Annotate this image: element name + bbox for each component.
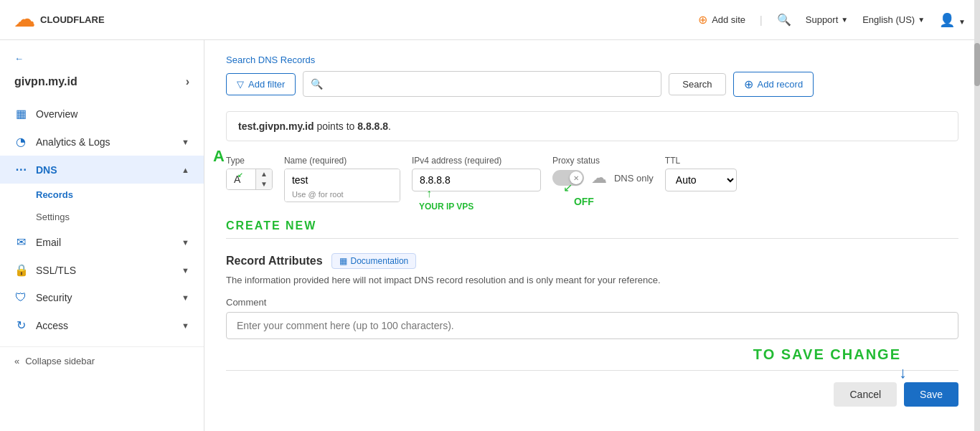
sidebar-back-button[interactable]: ← — [0, 47, 204, 70]
proxy-status-text: DNS only — [614, 173, 654, 184]
ipv4-label: IPv4 address (required) — [412, 156, 541, 166]
analytics-arrow-icon: ▼ — [182, 138, 189, 146]
sidebar-item-label: Security — [36, 292, 72, 303]
type-field: Type A ▲ ▼ — [226, 156, 273, 190]
search-dns-input-wrap: 🔍 — [303, 71, 661, 97]
footer-buttons: Cancel Save — [226, 370, 958, 407]
sidebar-item-label: SSL/TLS — [36, 265, 76, 276]
ipv4-field: IPv4 address (required) YOUR IP VPS ↑ — [412, 156, 541, 191]
support-arrow-icon: ▼ — [841, 16, 848, 24]
language-button[interactable]: English (US) ▼ — [862, 14, 925, 25]
documentation-badge[interactable]: ▦ Documentation — [331, 253, 417, 269]
collapse-icon: « — [14, 356, 19, 366]
annotation-a-letter: A — [213, 147, 225, 166]
scrollbar-thumb[interactable] — [974, 43, 980, 86]
comment-label: Comment — [226, 297, 958, 308]
sidebar-item-email[interactable]: ✉ Email ▼ — [0, 228, 204, 256]
type-select-value: A — [227, 169, 255, 189]
search-icon[interactable]: 🔍 — [777, 13, 791, 27]
filter-icon: ▽ — [237, 79, 244, 90]
add-record-plus-icon: ⊕ — [744, 77, 753, 91]
sidebar-item-access[interactable]: ↻ Access ▼ — [0, 311, 204, 339]
record-attrs-title: Record Attributes — [226, 255, 323, 267]
dns-form-row: Type A ▲ ▼ Name (required) Use @ for r — [226, 156, 958, 202]
domain-label: givpn.my.id — [14, 75, 77, 88]
dns-icon: ⋯ — [14, 163, 27, 176]
domain-chevron-icon[interactable]: › — [186, 75, 189, 88]
sidebar-domain: givpn.my.id › — [0, 70, 204, 100]
email-arrow-icon: ▼ — [182, 238, 189, 247]
ttl-label: TTL — [665, 156, 737, 166]
language-arrow-icon: ▼ — [918, 16, 925, 24]
logo: ☁ CLOUDFLARE — [14, 8, 105, 32]
search-row: ▽ Add filter 🔍 Search ⊕ Add record — [226, 71, 958, 97]
sidebar-sub-item-records[interactable]: Records — [36, 184, 204, 206]
name-input-wrap: Use @ for root — [284, 169, 400, 202]
sidebar-item-label: DNS — [36, 164, 57, 176]
main-content: Search DNS Records ▽ Add filter 🔍 Search… — [204, 40, 980, 431]
sidebar-item-analytics[interactable]: ◔ Analytics & Logs ▼ — [0, 128, 204, 156]
name-hint: Use @ for root — [292, 190, 344, 199]
ttl-select[interactable]: Auto 1 min 2 min 5 min — [665, 169, 737, 191]
access-arrow-icon: ▼ — [182, 321, 189, 330]
sidebar-item-ssl[interactable]: 🔒 SSL/TLS ▼ — [0, 256, 204, 284]
type-select-wrap[interactable]: A ▲ ▼ — [226, 169, 273, 190]
dns-sub-menu: Records Settings — [0, 184, 204, 228]
record-attrs-description: The information provided here will not i… — [226, 275, 958, 285]
sidebar-item-label: Email — [36, 237, 61, 248]
security-icon: 🛡 — [14, 291, 27, 304]
dns-form-section: A ↙ Type A ▲ ▼ Name (required) — [226, 156, 958, 202]
search-small-icon: 🔍 — [311, 78, 323, 90]
cloudflare-logo-icon: ☁ — [14, 8, 34, 32]
search-dns-input[interactable] — [327, 78, 654, 90]
back-arrow-icon: ← — [14, 53, 24, 64]
proxy-cloud-icon: ☁ — [591, 169, 607, 187]
type-label: Type — [226, 156, 273, 166]
top-nav: ☁ CLOUDFLARE ⊕ Add site | 🔍 Support ▼ En… — [0, 0, 980, 40]
sidebar-item-label: Overview — [36, 108, 77, 120]
collapse-label: Collapse sidebar — [25, 356, 95, 366]
analytics-icon: ◔ — [14, 135, 27, 148]
type-up-arrow[interactable]: ▲ — [256, 169, 272, 179]
logo-text: CLOUDFLARE — [40, 14, 105, 25]
annotation-ip-arrow: ↑ — [426, 187, 432, 200]
annotation-create-new: CREATE NEW — [226, 219, 316, 232]
doc-label: Documentation — [351, 256, 409, 266]
dns-info-text: test.givpn.my.id points to 8.8.8.8. — [238, 120, 391, 132]
search-button[interactable]: Search — [669, 73, 725, 95]
type-down-arrow[interactable]: ▼ — [256, 179, 272, 189]
annotation-ip-vps: YOUR IP VPS — [419, 202, 473, 212]
support-button[interactable]: Support ▼ — [806, 14, 848, 25]
annotation-off-arrow: ↙ — [563, 181, 573, 194]
search-dns-label: Search DNS Records — [226, 55, 958, 65]
ssl-icon: 🔒 — [14, 263, 27, 277]
comment-input[interactable] — [226, 312, 958, 339]
annotation-off: OFF — [574, 196, 594, 207]
sidebar: ← givpn.my.id › ▦ Overview ◔ Analytics &… — [0, 40, 204, 431]
proxy-status-field: Proxy status ✕ ☁ DNS only OFF ↙ — [552, 156, 654, 187]
sidebar-item-label: Access — [36, 320, 68, 331]
ssl-arrow-icon: ▼ — [182, 266, 189, 275]
sidebar-sub-item-settings[interactable]: Settings — [36, 206, 204, 228]
doc-icon: ▦ — [339, 256, 347, 266]
access-icon: ↻ — [14, 318, 27, 332]
sidebar-item-label: Analytics & Logs — [36, 136, 110, 148]
overview-icon: ▦ — [14, 107, 27, 120]
add-site-button[interactable]: ⊕ Add site — [698, 13, 745, 27]
cancel-button[interactable]: Cancel — [834, 382, 897, 407]
add-filter-button[interactable]: ▽ Add filter — [226, 73, 296, 95]
add-record-button[interactable]: ⊕ Add record — [733, 72, 814, 97]
sidebar-item-security[interactable]: 🛡 Security ▼ — [0, 284, 204, 311]
dns-info-bar: test.givpn.my.id points to 8.8.8.8. — [226, 111, 958, 141]
save-button[interactable]: Save — [904, 382, 958, 407]
add-site-label: Add site — [712, 14, 745, 25]
security-arrow-icon: ▼ — [182, 293, 189, 302]
search-dns-section: Search DNS Records ▽ Add filter 🔍 Search… — [226, 55, 958, 97]
sidebar-item-overview[interactable]: ▦ Overview — [0, 100, 204, 128]
annotation-to-save-change: TO SAVE CHANGE ↓ — [226, 346, 901, 363]
collapse-sidebar-button[interactable]: « Collapse sidebar — [0, 346, 204, 375]
sidebar-item-dns[interactable]: ⋯ DNS ▲ — [0, 156, 204, 184]
dns-arrow-icon: ▲ — [182, 166, 189, 174]
user-menu-button[interactable]: 👤 ▼ — [939, 12, 966, 28]
proxy-status-label: Proxy status — [552, 156, 654, 166]
